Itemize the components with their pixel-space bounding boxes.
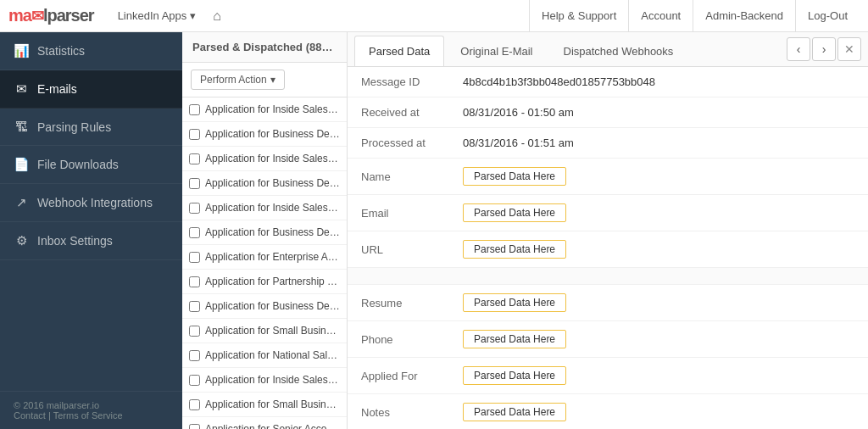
list-item-checkbox[interactable] xyxy=(189,227,200,238)
list-item-checkbox[interactable] xyxy=(189,350,200,361)
table-row: Notes Parsed Data Here xyxy=(348,394,868,430)
list-item[interactable]: Application for Partnership Sa... xyxy=(182,270,347,294)
logout-link[interactable]: Log-Out xyxy=(795,0,860,32)
inbox-settings-icon: ⚙ xyxy=(14,233,29,248)
email-list-panel: Parsed & Dispatched (8813) Perform Actio… xyxy=(182,32,348,429)
list-item-checkbox[interactable] xyxy=(189,399,200,410)
notes-label: Notes xyxy=(348,394,449,430)
list-item-label: Application for National Sales ... xyxy=(205,349,340,361)
logo-icon: ✉ xyxy=(31,8,43,25)
copyright: © 2016 mailparser.io xyxy=(14,400,169,410)
received-at-value: 08/31/2016 - 01:50 am xyxy=(449,98,868,128)
list-item[interactable]: Application for Business Deve... xyxy=(182,294,347,319)
close-button[interactable]: ✕ xyxy=(837,37,861,61)
table-row: Processed at 08/31/2016 - 01:51 am xyxy=(348,128,868,159)
processed-at-value: 08/31/2016 - 01:51 am xyxy=(449,128,868,159)
sidebar-item-file-downloads[interactable]: 📄 File Downloads xyxy=(0,146,182,184)
logo-red: ma xyxy=(8,6,31,25)
list-item[interactable]: Application for Business Deve... xyxy=(182,171,347,196)
name-value: Parsed Data Here xyxy=(449,159,868,195)
sidebar-label-inbox-settings: Inbox Settings xyxy=(37,234,113,248)
list-item-checkbox[interactable] xyxy=(189,178,200,189)
help-support-link[interactable]: Help & Support xyxy=(529,0,628,32)
statistics-icon: 📊 xyxy=(14,43,29,58)
list-item[interactable]: Application for Small Business... xyxy=(182,319,347,343)
linkedin-apps-label: LinkedIn Apps xyxy=(118,9,187,22)
sidebar-item-statistics[interactable]: 📊 Statistics xyxy=(0,32,182,70)
list-item-label: Application for Business Deve... xyxy=(205,128,340,140)
table-row: Email Parsed Data Here xyxy=(348,195,868,231)
message-id-value: 4b8cd4b1b3f3bb048ed01857753bb048 xyxy=(449,67,868,98)
parsed-badge-email: Parsed Data Here xyxy=(463,203,566,222)
detail-table-2: Resume Parsed Data Here Phone Parsed Dat… xyxy=(348,285,868,429)
sidebar-label-parsing-rules: Parsing Rules xyxy=(37,120,111,134)
table-row: Received at 08/31/2016 - 01:50 am xyxy=(348,98,868,128)
sidebar-label-file-downloads: File Downloads xyxy=(37,158,119,171)
list-item-checkbox[interactable] xyxy=(189,276,200,287)
main-layout: 📊 Statistics ✉ E-mails 🏗 Parsing Rules 📄… xyxy=(0,32,868,429)
list-item-checkbox[interactable] xyxy=(189,424,200,430)
tab-parsed-data[interactable]: Parsed Data xyxy=(354,36,444,66)
perform-action-dropdown-icon: ▾ xyxy=(270,74,275,86)
list-item[interactable]: Application for Small Business... xyxy=(182,393,347,417)
list-item[interactable]: Application for Inside Sales fro... xyxy=(182,98,347,122)
list-item-label: Application for Enterprise Acc... xyxy=(205,251,340,263)
home-icon[interactable]: ⌂ xyxy=(206,8,228,24)
list-item[interactable]: Application for Senior Account... xyxy=(182,417,347,429)
url-label: URL xyxy=(348,231,449,268)
sidebar: 📊 Statistics ✉ E-mails 🏗 Parsing Rules 📄… xyxy=(0,32,182,429)
sidebar-item-webhook-integrations[interactable]: ↗ Webhook Integrations xyxy=(0,184,182,222)
applied-for-label: Applied For xyxy=(348,358,449,394)
list-item[interactable]: Application for Inside Sales fro... xyxy=(182,147,347,171)
emails-icon: ✉ xyxy=(14,81,29,97)
list-item[interactable]: Application for National Sales ... xyxy=(182,343,347,368)
parsing-rules-icon: 🏗 xyxy=(14,120,29,134)
sidebar-item-emails[interactable]: ✉ E-mails xyxy=(0,70,182,109)
account-link[interactable]: Account xyxy=(628,0,693,32)
section-spacer xyxy=(348,268,868,285)
terms-link[interactable]: Terms of Service xyxy=(53,410,123,421)
list-item-label: Application for Small Business... xyxy=(205,325,340,337)
linkedin-apps-nav[interactable]: LinkedIn Apps ▾ xyxy=(111,9,203,22)
linkedin-apps-dropdown-icon: ▾ xyxy=(190,9,196,22)
list-item-checkbox[interactable] xyxy=(189,375,200,386)
sidebar-item-inbox-settings[interactable]: ⚙ Inbox Settings xyxy=(0,222,182,260)
table-row: Applied For Parsed Data Here xyxy=(348,358,868,394)
sidebar-item-parsing-rules[interactable]: 🏗 Parsing Rules xyxy=(0,109,182,146)
webhook-icon: ↗ xyxy=(14,195,29,210)
parsed-badge-name: Parsed Data Here xyxy=(463,167,566,186)
list-item[interactable]: Application for Enterprise Acc... xyxy=(182,245,347,270)
list-item-checkbox[interactable] xyxy=(189,301,200,312)
phone-label: Phone xyxy=(348,321,449,358)
table-row: URL Parsed Data Here xyxy=(348,231,868,268)
table-row: Message ID 4b8cd4b1b3f3bb048ed01857753bb… xyxy=(348,67,868,98)
perform-action-button[interactable]: Perform Action ▾ xyxy=(191,70,285,90)
contact-link[interactable]: Contact xyxy=(14,410,46,421)
list-item-checkbox[interactable] xyxy=(189,153,200,164)
list-item-checkbox[interactable] xyxy=(189,252,200,263)
detail-panel: Parsed Data Original E-Mail Dispatched W… xyxy=(348,32,868,429)
list-item-checkbox[interactable] xyxy=(189,326,200,337)
sidebar-label-statistics: Statistics xyxy=(37,44,85,58)
list-item[interactable]: Application for Inside Sales fro... xyxy=(182,196,347,220)
list-item[interactable]: Application for Business Deve... xyxy=(182,220,347,245)
parsed-badge-applied-for: Parsed Data Here xyxy=(463,366,566,385)
list-item-label: Application for Business Deve... xyxy=(205,226,340,238)
admin-backend-link[interactable]: Admin-Backend xyxy=(693,0,795,32)
list-item[interactable]: Application for Inside Sales fro... xyxy=(182,368,347,393)
phone-value: Parsed Data Here xyxy=(449,321,868,358)
prev-button[interactable]: ‹ xyxy=(787,37,810,61)
list-item-checkbox[interactable] xyxy=(189,104,200,115)
tab-dispatched-webhooks[interactable]: Dispatched Webhooks xyxy=(549,36,688,66)
resume-label: Resume xyxy=(348,285,449,321)
processed-at-label: Processed at xyxy=(348,128,449,159)
right-links: Help & Support Account Admin-Backend Log… xyxy=(529,0,860,32)
list-item-checkbox[interactable] xyxy=(189,203,200,214)
sidebar-label-webhook: Webhook Integrations xyxy=(37,196,153,209)
logo-rest: lparser xyxy=(43,6,94,25)
list-item[interactable]: Application for Business Deve... xyxy=(182,122,347,147)
resume-value: Parsed Data Here xyxy=(449,285,868,321)
tab-original-email[interactable]: Original E-Mail xyxy=(446,36,547,66)
list-item-checkbox[interactable] xyxy=(189,129,200,140)
next-button[interactable]: › xyxy=(812,37,836,61)
